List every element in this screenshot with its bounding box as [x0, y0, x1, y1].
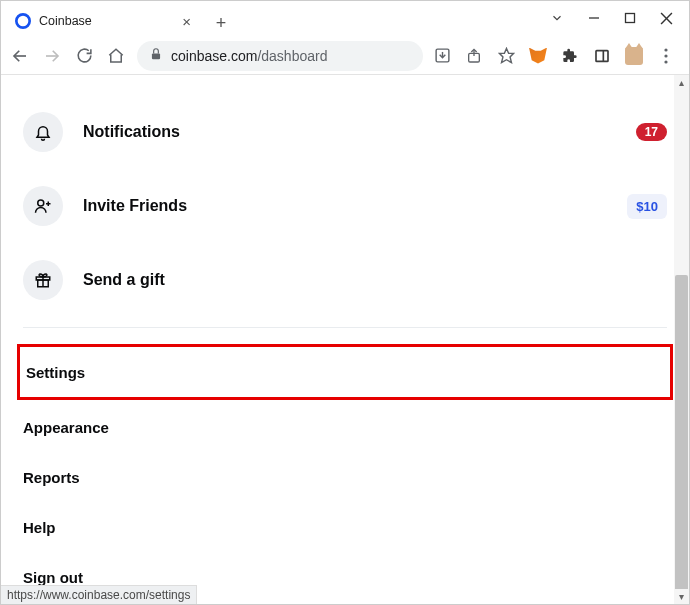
svg-rect-1	[626, 14, 635, 23]
nav-item-appearance[interactable]: Appearance	[23, 402, 667, 452]
gift-icon	[23, 260, 63, 300]
bell-icon	[23, 112, 63, 152]
url-text: coinbase.com/dashboard	[171, 48, 411, 64]
reload-button[interactable]	[73, 45, 95, 67]
lock-icon	[149, 47, 163, 65]
home-button[interactable]	[105, 45, 127, 67]
help-label: Help	[23, 519, 56, 536]
toolbar-right	[433, 47, 681, 65]
nav-item-help[interactable]: Help	[23, 502, 667, 552]
settings-label: Settings	[26, 364, 85, 381]
svg-rect-7	[152, 53, 160, 59]
svg-point-15	[664, 60, 667, 63]
maximize-icon[interactable]	[624, 12, 636, 24]
bookmark-star-icon[interactable]	[497, 47, 515, 65]
appearance-label: Appearance	[23, 419, 109, 436]
profile-avatar[interactable]	[625, 47, 643, 65]
back-button[interactable]	[9, 45, 31, 67]
gift-label: Send a gift	[83, 271, 165, 289]
chevron-down-icon[interactable]	[550, 11, 564, 25]
nav-item-notifications[interactable]: Notifications 17	[23, 95, 667, 169]
scroll-up-arrow[interactable]: ▴	[674, 75, 689, 90]
invite-label: Invite Friends	[83, 197, 187, 215]
page-viewport: Notifications 17 Invite Friends $10 Send…	[1, 75, 689, 604]
address-bar[interactable]: coinbase.com/dashboard	[137, 41, 423, 71]
share-icon[interactable]	[465, 47, 483, 65]
scrollbar-thumb[interactable]	[675, 275, 688, 595]
svg-marker-10	[499, 48, 513, 62]
metamask-extension-icon[interactable]	[529, 47, 547, 65]
svg-point-13	[664, 48, 667, 51]
coinbase-favicon	[15, 13, 31, 29]
kebab-menu-icon[interactable]	[657, 47, 675, 65]
svg-point-16	[38, 200, 44, 206]
extensions-icon[interactable]	[561, 47, 579, 65]
sidepanel-icon[interactable]	[593, 47, 611, 65]
signout-label: Sign out	[23, 569, 83, 586]
nav-item-settings[interactable]: Settings	[26, 347, 664, 397]
new-tab-button[interactable]: +	[207, 9, 235, 37]
browser-tab[interactable]: Coinbase ×	[3, 5, 203, 37]
close-window-icon[interactable]	[660, 12, 673, 25]
svg-point-4	[16, 14, 29, 27]
window-controls	[550, 1, 689, 35]
nav-item-reports[interactable]: Reports	[23, 452, 667, 502]
status-bar: https://www.coinbase.com/settings	[1, 585, 197, 604]
nav-item-gift[interactable]: Send a gift	[23, 243, 667, 317]
browser-toolbar: coinbase.com/dashboard	[1, 37, 689, 75]
reports-label: Reports	[23, 469, 80, 486]
tab-title: Coinbase	[39, 14, 92, 28]
svg-rect-11	[596, 50, 608, 61]
svg-point-14	[664, 54, 667, 57]
page-content: Notifications 17 Invite Friends $10 Send…	[1, 75, 689, 602]
callout-highlight: Settings	[17, 344, 673, 400]
invite-icon	[23, 186, 63, 226]
scrollbar[interactable]: ▴ ▾	[674, 75, 689, 604]
scroll-down-arrow[interactable]: ▾	[674, 589, 689, 604]
notifications-label: Notifications	[83, 123, 180, 141]
install-icon[interactable]	[433, 47, 451, 65]
close-tab-icon[interactable]: ×	[182, 13, 191, 30]
nav-item-invite[interactable]: Invite Friends $10	[23, 169, 667, 243]
minimize-icon[interactable]	[588, 12, 600, 24]
forward-button	[41, 45, 63, 67]
invite-badge: $10	[627, 194, 667, 219]
notifications-badge: 17	[636, 123, 667, 141]
